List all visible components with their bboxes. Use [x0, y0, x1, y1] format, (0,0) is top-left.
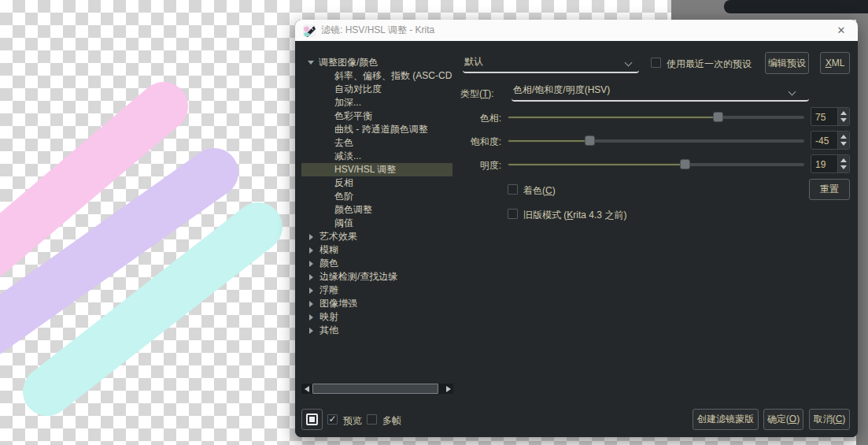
lightness-slider[interactable] [508, 159, 804, 169]
arrow-right-icon [446, 386, 451, 392]
tree-group-other[interactable]: 其他 [301, 324, 452, 337]
collapse-arrow-icon[interactable] [309, 287, 313, 294]
scroll-left-button[interactable] [301, 384, 312, 394]
hue-slider-handle[interactable] [713, 112, 723, 122]
lightness-spinbox[interactable]: 19 [811, 154, 850, 173]
preview-thumbnail-button[interactable] [301, 409, 323, 430]
scroll-right-button[interactable] [443, 384, 453, 394]
reset-button[interactable]: 重置 [809, 179, 850, 200]
dialog-title: 滤镜: HSV/HSL 调整 - Krita [321, 24, 434, 37]
edit-preset-button[interactable]: 编辑预设 [765, 52, 809, 74]
krita-app: 滤镜: HSV/HSL 调整 - Krita ✕ 调整图像/颜色 斜率、偏移、指… [0, 0, 868, 445]
tree-item-hsv-hsl-selected[interactable]: HSV/HSL 调整 [301, 163, 452, 176]
krita-icon [303, 24, 316, 37]
tree-item[interactable]: 加深... [301, 96, 452, 109]
collapse-arrow-icon[interactable] [309, 314, 313, 321]
tree-item[interactable]: 斜率、偏移、指数 (ASC-CD [301, 69, 452, 83]
scroll-thumb[interactable] [312, 384, 438, 394]
checkmark-icon: ✓ [328, 415, 336, 424]
lightness-slider-handle[interactable] [680, 159, 690, 169]
legacy-mode-checkbox[interactable] [508, 209, 518, 219]
tree-group-enhance[interactable]: 图像增强 [301, 297, 452, 310]
spin-down-icon[interactable] [840, 165, 847, 169]
chevron-down-icon [625, 59, 633, 67]
dialog-titlebar[interactable]: 滤镜: HSV/HSL 调整 - Krita ✕ [295, 20, 858, 41]
preview-checkbox[interactable]: ✓ [327, 414, 338, 425]
saturation-spinbox[interactable]: -45 [811, 131, 850, 150]
tree-item[interactable]: 颜色调整 [301, 203, 452, 217]
tree-group-blur[interactable]: 模糊 [301, 243, 452, 257]
arrow-left-icon [305, 386, 309, 392]
filter-dialog: 滤镜: HSV/HSL 调整 - Krita ✕ 调整图像/颜色 斜率、偏移、指… [295, 20, 858, 437]
saturation-slider-handle[interactable] [585, 135, 595, 146]
tree-item[interactable]: 色彩平衡 [301, 109, 452, 123]
hue-label: 色相: [454, 112, 501, 125]
preset-combobox[interactable]: 默认 [463, 50, 639, 73]
cancel-button[interactable]: 取消(C) [809, 409, 850, 430]
spin-down-icon[interactable] [840, 142, 847, 146]
top-docker-bar [724, 0, 868, 13]
dialog-body: 调整图像/颜色 斜率、偏移、指数 (ASC-CD 自动对比度 加深... 色彩平… [295, 41, 858, 437]
tree-item[interactable]: 色阶 [301, 190, 452, 203]
xml-button[interactable]: XML [820, 52, 850, 74]
hue-spinbox[interactable]: 75 [811, 107, 850, 126]
tree-item[interactable]: 曲线 - 跨通道颜色调整 [301, 123, 452, 136]
type-label: 类型(T): [460, 87, 494, 101]
spin-up-icon[interactable] [840, 158, 847, 162]
tree-item[interactable]: 阈值 [301, 217, 452, 230]
thumbnail-icon [306, 413, 318, 425]
lightness-label: 明度: [454, 159, 501, 172]
expand-arrow-icon[interactable] [308, 61, 314, 65]
tree-item[interactable]: 自动对比度 [301, 83, 452, 96]
hue-slider[interactable] [508, 112, 804, 122]
collapse-arrow-icon[interactable] [309, 247, 313, 254]
spin-up-icon[interactable] [840, 135, 847, 139]
saturation-slider[interactable] [508, 135, 804, 146]
legacy-mode-label: 旧版模式 (Krita 4.3 之前) [523, 209, 626, 222]
close-icon[interactable]: ✕ [833, 24, 850, 36]
colorize-label: 着色(C) [523, 184, 556, 198]
multiframe-checkbox[interactable] [367, 414, 377, 425]
create-filter-mask-button[interactable]: 创建滤镜蒙版 [693, 409, 759, 430]
ok-button[interactable]: 确定(O) [763, 409, 803, 430]
collapse-arrow-icon[interactable] [309, 328, 313, 334]
type-combobox[interactable]: 色相/饱和度/明度(HSV) [512, 80, 809, 102]
tree-item[interactable]: 反相 [301, 176, 452, 190]
tree-item[interactable]: 去色 [301, 136, 452, 150]
collapse-arrow-icon[interactable] [309, 261, 313, 267]
spin-up-icon[interactable] [840, 111, 847, 115]
collapse-arrow-icon[interactable] [309, 301, 313, 307]
tree-scrollbar[interactable] [301, 384, 453, 394]
tree-group-artistic[interactable]: 艺术效果 [301, 230, 452, 243]
tree-item-adjust[interactable]: 调整图像/颜色 [301, 56, 452, 69]
tree-group-edge[interactable]: 边缘检测/查找边缘 [301, 270, 452, 284]
collapse-arrow-icon[interactable] [309, 234, 313, 240]
collapse-arrow-icon[interactable] [309, 274, 313, 280]
tree-item[interactable]: 减淡... [301, 150, 452, 163]
colorize-checkbox[interactable] [508, 184, 518, 195]
use-last-preset-checkbox[interactable] [651, 57, 661, 68]
chevron-down-icon [789, 88, 796, 96]
tree-group-map[interactable]: 映射 [301, 310, 452, 324]
saturation-label: 饱和度: [454, 135, 501, 149]
tree-group-emboss[interactable]: 浮雕 [301, 284, 452, 297]
spin-down-icon[interactable] [840, 118, 847, 122]
app-background-right [856, 0, 868, 445]
tree-group-color[interactable]: 颜色 [301, 257, 452, 270]
